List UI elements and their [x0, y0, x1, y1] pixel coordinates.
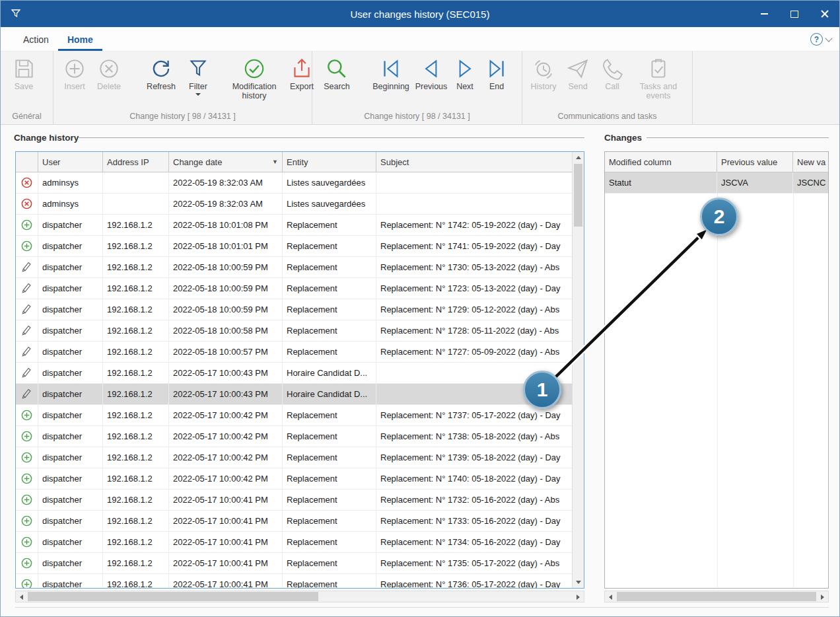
- delete-row-icon: [16, 172, 38, 193]
- ribbon-group-caption: Communications and tasks: [522, 110, 692, 124]
- table-row[interactable]: dispatcher192.168.1.22022-05-17 10:00:41…: [16, 574, 572, 589]
- table-row[interactable]: dispatcher192.168.1.22022-05-17 10:00:42…: [16, 426, 572, 447]
- group-label-rule: [79, 137, 584, 138]
- cell-user: dispatcher: [38, 236, 103, 256]
- scrollbar-thumb[interactable]: [28, 592, 318, 601]
- column-header-row-icon[interactable]: [16, 152, 38, 172]
- cell-address-ip: [103, 172, 169, 193]
- table-row[interactable]: dispatcher192.168.1.22022-05-18 10:00:57…: [16, 342, 572, 363]
- cell-entity: Replacement: [283, 574, 376, 589]
- end-button[interactable]: End: [480, 56, 513, 91]
- insert-button: Insert: [57, 56, 92, 91]
- cell-entity: Replacement: [283, 257, 376, 277]
- changes-row[interactable]: StatutJSCVAJSCNC: [605, 172, 828, 194]
- table-row[interactable]: dispatcher192.168.1.22022-05-17 10:00:41…: [16, 490, 572, 511]
- cell-modified-column: Statut: [605, 172, 717, 193]
- scroll-left-icon: [20, 595, 23, 600]
- button-label: Filter: [189, 82, 207, 91]
- scroll-left-button[interactable]: [605, 591, 616, 602]
- table-row[interactable]: adminsys2022-05-19 8:32:03 AMListes sauv…: [16, 194, 572, 215]
- scroll-up-button[interactable]: [573, 152, 584, 163]
- column-header-subject[interactable]: Subject: [376, 152, 572, 172]
- table-row[interactable]: dispatcher192.168.1.22022-05-18 10:00:59…: [16, 257, 572, 278]
- cell-change-date: 2022-05-18 10:00:57 PM: [169, 342, 283, 362]
- button-label: Save: [15, 82, 34, 91]
- table-row[interactable]: dispatcher192.168.1.22022-05-17 10:00:41…: [16, 553, 572, 574]
- table-row[interactable]: dispatcher192.168.1.22022-05-17 10:00:41…: [16, 532, 572, 553]
- delete-button: Delete: [92, 56, 126, 91]
- filter-button[interactable]: Filter: [180, 56, 216, 96]
- column-header-modified-column[interactable]: Modified column: [605, 152, 717, 172]
- cell-entity: Replacement: [283, 342, 376, 362]
- sort-desc-icon: ▼: [272, 159, 278, 165]
- table-row[interactable]: dispatcher192.168.1.22022-05-18 10:01:08…: [16, 215, 572, 236]
- column-header-change-date[interactable]: Change date ▼: [169, 152, 283, 172]
- table-row[interactable]: dispatcher192.168.1.22022-05-18 10:01:01…: [16, 236, 572, 257]
- add-row-icon: [16, 468, 38, 489]
- scroll-left-button[interactable]: [16, 591, 27, 602]
- cell-user: dispatcher: [38, 468, 103, 489]
- cell-user: dispatcher: [38, 405, 103, 425]
- ribbon-group-caption: Change history [ 98 / 34131 ]: [53, 110, 312, 124]
- ribbon-group-change-history-edit: Insert Delete Refresh: [53, 52, 312, 124]
- next-button[interactable]: Next: [450, 56, 480, 91]
- add-row-icon: [16, 553, 38, 573]
- cell-entity: Replacement: [283, 278, 376, 299]
- table-row[interactable]: dispatcher192.168.1.22022-05-18 10:00:59…: [16, 278, 572, 299]
- column-header-previous-value[interactable]: Previous value: [717, 152, 793, 172]
- tab-action[interactable]: Action: [14, 29, 58, 51]
- tab-home[interactable]: Home: [58, 29, 102, 51]
- column-label: New va: [797, 157, 825, 167]
- horizontal-scrollbar-main[interactable]: [15, 591, 584, 602]
- scroll-right-button[interactable]: [817, 591, 828, 602]
- table-row[interactable]: dispatcher192.168.1.22022-05-18 10:00:59…: [16, 299, 572, 320]
- table-row[interactable]: adminsys2022-05-19 8:32:03 AMListes sauv…: [16, 172, 572, 194]
- scroll-right-button[interactable]: [573, 591, 584, 602]
- cell-address-ip: 192.168.1.2: [103, 320, 169, 341]
- vertical-scrollbar[interactable]: [572, 152, 584, 588]
- cell-subject: Replacement: N° 1738: 05-18-2022 (day) -…: [376, 426, 572, 447]
- add-row-icon: [16, 447, 38, 468]
- changes-header: Modified column Previous value New va: [605, 152, 828, 172]
- cell-address-ip: [103, 194, 169, 214]
- chevron-down-icon[interactable]: [195, 93, 201, 96]
- scrollbar-thumb[interactable]: [574, 164, 582, 227]
- previous-button[interactable]: Previous: [413, 56, 450, 91]
- table-row[interactable]: dispatcher192.168.1.22022-05-17 10:00:43…: [16, 384, 572, 405]
- cell-entity: Replacement: [283, 553, 376, 573]
- maximize-button[interactable]: [789, 9, 800, 19]
- column-header-user[interactable]: User: [38, 152, 103, 172]
- call-button: Call: [595, 56, 629, 91]
- cell-change-date: 2022-05-17 10:00:42 PM: [169, 405, 283, 425]
- window-controls: [759, 1, 830, 27]
- button-label: Insert: [64, 82, 85, 91]
- cell-user: dispatcher: [38, 363, 103, 383]
- beginning-button[interactable]: Beginning: [369, 56, 413, 91]
- table-row[interactable]: dispatcher192.168.1.22022-05-18 10:00:58…: [16, 320, 572, 342]
- table-row[interactable]: dispatcher192.168.1.22022-05-17 10:00:43…: [16, 363, 572, 384]
- table-row[interactable]: dispatcher192.168.1.22022-05-17 10:00:42…: [16, 468, 572, 490]
- column-header-entity[interactable]: Entity: [283, 152, 376, 172]
- table-row[interactable]: dispatcher192.168.1.22022-05-17 10:00:42…: [16, 405, 572, 426]
- add-row-icon: [16, 405, 38, 425]
- table-row[interactable]: dispatcher192.168.1.22022-05-17 10:00:42…: [16, 447, 572, 468]
- search-button[interactable]: Search: [316, 56, 357, 91]
- column-header-new-value[interactable]: New va: [793, 152, 828, 172]
- cell-address-ip: 192.168.1.2: [103, 363, 169, 383]
- tasks-events-icon: [646, 56, 671, 81]
- horizontal-scrollbar-changes[interactable]: [604, 591, 829, 602]
- button-label: Beginning: [372, 82, 409, 91]
- ribbon-group-change-history-nav: Search Beginning Previous: [312, 52, 522, 124]
- help-control[interactable]: ?: [810, 33, 831, 46]
- modification-history-button[interactable]: Modification history: [224, 56, 285, 100]
- table-row[interactable]: dispatcher192.168.1.22022-05-17 10:00:41…: [16, 511, 572, 532]
- help-icon[interactable]: ?: [810, 33, 823, 46]
- column-label: Address IP: [107, 157, 149, 167]
- column-header-address-ip[interactable]: Address IP: [103, 152, 169, 172]
- refresh-button[interactable]: Refresh: [142, 56, 180, 91]
- chevron-down-icon[interactable]: [825, 34, 832, 42]
- scrollbar-thumb[interactable]: [617, 592, 816, 601]
- scroll-down-button[interactable]: [573, 577, 584, 588]
- minimize-button[interactable]: [759, 9, 769, 19]
- close-button[interactable]: [820, 9, 830, 19]
